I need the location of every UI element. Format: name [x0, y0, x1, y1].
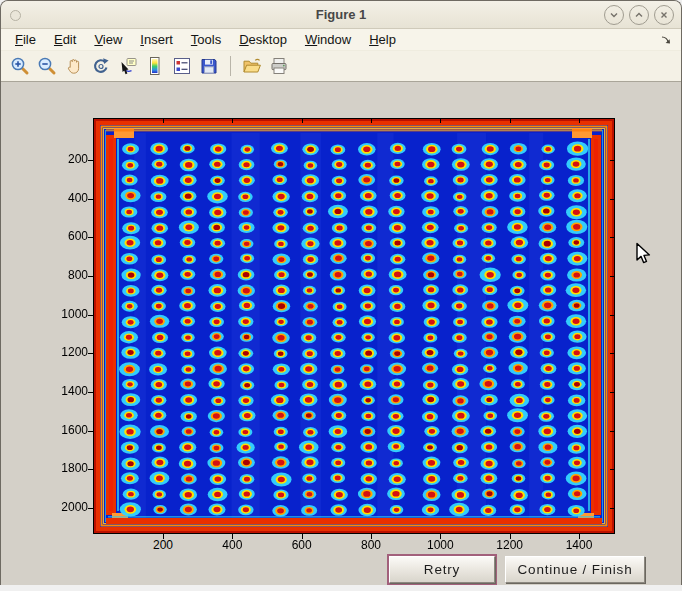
toolbar-separator [230, 56, 231, 76]
dock-arrow-icon[interactable] [660, 34, 672, 46]
window-title: Figure 1 [1, 1, 681, 28]
insert-legend-button[interactable] [171, 55, 193, 77]
x-tick-mark-top [510, 119, 511, 123]
pan-button[interactable] [63, 55, 85, 77]
save-button[interactable] [198, 55, 220, 77]
y-tick-mark [88, 353, 94, 354]
continue-finish-button[interactable]: Continue / Finish [505, 556, 645, 583]
mouse-cursor-icon [635, 242, 652, 271]
y-tick-label: 400 [44, 191, 88, 205]
y-tick-label: 200 [44, 152, 88, 166]
figure-toolbar [1, 51, 681, 82]
pan-hand-icon [64, 56, 84, 76]
menu-window[interactable]: Window [296, 31, 360, 49]
window-menu-icon[interactable] [10, 10, 21, 21]
print-icon [269, 56, 289, 76]
menu-desktop[interactable]: Desktop [230, 31, 296, 49]
y-tick-mark [88, 160, 94, 161]
y-tick-mark [88, 392, 94, 393]
y-tick-mark-right [610, 431, 614, 432]
data-cursor-icon [118, 56, 138, 76]
menu-tools[interactable]: Tools [182, 31, 230, 49]
figure-window: Figure 1 File Edit View Insert Tools Des… [0, 0, 682, 586]
dialog-button-row: Retry Continue / Finish [1, 556, 681, 586]
save-icon [199, 56, 219, 76]
close-button[interactable] [654, 5, 674, 25]
x-tick-label: 1000 [418, 538, 462, 552]
minimize-button[interactable] [604, 5, 624, 25]
zoom-out-button[interactable] [36, 55, 58, 77]
x-tick-mark-top [232, 119, 233, 123]
y-tick-mark [88, 469, 94, 470]
axes[interactable]: 2004006008001000120014001600180020002004… [93, 118, 615, 534]
y-tick-mark [88, 276, 94, 277]
x-tick-mark-top [163, 119, 164, 123]
y-tick-mark-right [610, 199, 614, 200]
y-tick-mark-right [610, 392, 614, 393]
y-tick-label: 2000 [44, 500, 88, 514]
x-tick-label: 1400 [557, 538, 601, 552]
y-tick-label: 1400 [44, 384, 88, 398]
x-tick-mark-top [302, 119, 303, 123]
maximize-button[interactable] [629, 5, 649, 25]
y-tick-mark [88, 508, 94, 509]
zoom-in-button[interactable] [9, 55, 31, 77]
y-tick-mark [88, 237, 94, 238]
y-tick-mark [88, 431, 94, 432]
print-button[interactable] [268, 55, 290, 77]
y-tick-mark-right [610, 315, 614, 316]
menu-insert[interactable]: Insert [131, 31, 182, 49]
zoom-out-icon [37, 56, 57, 76]
y-tick-mark-right [610, 276, 614, 277]
zoom-in-icon [10, 56, 30, 76]
retry-button-focus-ring: Retry [387, 554, 497, 585]
menu-help[interactable]: Help [360, 31, 405, 49]
y-tick-label: 1000 [44, 307, 88, 321]
plate-image[interactable] [94, 119, 614, 533]
insert-legend-icon [172, 56, 192, 76]
rotate-3d-icon [91, 56, 111, 76]
window-controls [604, 5, 674, 25]
open-folder-icon [242, 56, 262, 76]
menu-bar: File Edit View Insert Tools Desktop Wind… [1, 29, 681, 51]
data-cursor-button[interactable] [117, 55, 139, 77]
menu-file[interactable]: File [6, 31, 45, 49]
open-button[interactable] [241, 55, 263, 77]
x-tick-label: 400 [210, 538, 254, 552]
y-tick-mark-right [610, 237, 614, 238]
colorbar-icon [145, 56, 165, 76]
y-tick-mark-right [610, 508, 614, 509]
chevron-up-icon [634, 10, 644, 20]
colorbar-button[interactable] [144, 55, 166, 77]
close-icon [659, 10, 669, 20]
y-tick-label: 1200 [44, 345, 88, 359]
y-tick-mark [88, 315, 94, 316]
chevron-down-icon [609, 10, 619, 20]
retry-button[interactable]: Retry [389, 556, 495, 583]
y-tick-mark [88, 199, 94, 200]
menu-view[interactable]: View [85, 31, 131, 49]
x-tick-label: 1200 [488, 538, 532, 552]
desktop-background [0, 585, 682, 591]
y-tick-mark-right [610, 160, 614, 161]
x-tick-label: 600 [280, 538, 324, 552]
x-tick-label: 200 [141, 538, 185, 552]
x-tick-label: 800 [349, 538, 393, 552]
menu-edit[interactable]: Edit [45, 31, 85, 49]
title-bar[interactable]: Figure 1 [1, 1, 681, 29]
y-tick-mark-right [610, 353, 614, 354]
x-tick-mark-top [440, 119, 441, 123]
x-tick-mark-top [579, 119, 580, 123]
figure-canvas-area: 2004006008001000120014001600180020002004… [1, 82, 681, 585]
rotate-3d-button[interactable] [90, 55, 112, 77]
y-tick-mark-right [610, 469, 614, 470]
y-tick-label: 1600 [44, 423, 88, 437]
y-tick-label: 600 [44, 229, 88, 243]
y-tick-label: 1800 [44, 461, 88, 475]
y-tick-label: 800 [44, 268, 88, 282]
x-tick-mark-top [371, 119, 372, 123]
